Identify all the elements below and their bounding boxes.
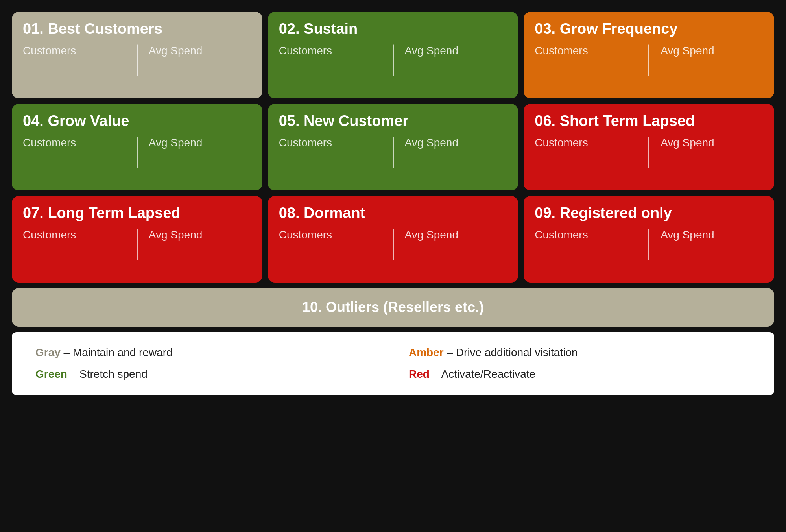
card-title-3: 04. Grow Value xyxy=(23,113,251,129)
avg-spend-label-4: Avg Spend xyxy=(405,137,507,149)
customers-value-1 xyxy=(279,60,382,84)
card-03[interactable]: 03. Grow Frequency Customers Avg Spend xyxy=(524,12,774,98)
customers-block-0: Customers xyxy=(23,44,125,84)
customers-label-2: Customers xyxy=(535,44,637,57)
legend-amber: Amber – Drive additional visitation xyxy=(409,344,751,362)
avg-spend-value-4 xyxy=(405,152,507,176)
customers-block-4: Customers xyxy=(279,137,382,176)
avg-spend-block-4: Avg Spend xyxy=(405,137,507,176)
avg-spend-block-5: Avg Spend xyxy=(661,137,763,176)
legend-color-label-2: Green xyxy=(35,368,67,380)
legend-color-label-1: Amber xyxy=(409,346,444,358)
card-title-7: 08. Dormant xyxy=(279,205,507,222)
card-07[interactable]: 07. Long Term Lapsed Customers Avg Spend xyxy=(12,196,262,283)
card-04[interactable]: 04. Grow Value Customers Avg Spend xyxy=(12,104,262,190)
avg-spend-label-1: Avg Spend xyxy=(405,44,507,57)
avg-spend-block-1: Avg Spend xyxy=(405,44,507,84)
customers-value-6 xyxy=(23,244,125,268)
card-stats-4: Customers Avg Spend xyxy=(279,137,507,179)
legend-color-label-0: Gray xyxy=(35,346,61,358)
stat-divider-8 xyxy=(648,229,649,260)
avg-spend-label-0: Avg Spend xyxy=(149,44,251,57)
avg-spend-label-5: Avg Spend xyxy=(661,137,763,149)
customers-label-6: Customers xyxy=(23,229,125,241)
legend-green: Green – Stretch spend xyxy=(35,366,377,383)
avg-spend-label-3: Avg Spend xyxy=(149,137,251,149)
card-stats-7: Customers Avg Spend xyxy=(279,229,507,272)
card-08[interactable]: 08. Dormant Customers Avg Spend xyxy=(268,196,518,283)
customers-label-4: Customers xyxy=(279,137,382,149)
card-stats-8: Customers Avg Spend xyxy=(535,229,763,272)
avg-spend-label-8: Avg Spend xyxy=(661,229,763,241)
card-stats-2: Customers Avg Spend xyxy=(535,44,763,87)
avg-spend-label-2: Avg Spend xyxy=(661,44,763,57)
customers-value-0 xyxy=(23,60,125,84)
card-title-8: 09. Registered only xyxy=(535,205,763,222)
customers-value-5 xyxy=(535,152,637,176)
customers-block-7: Customers xyxy=(279,229,382,268)
avg-spend-value-7 xyxy=(405,244,507,268)
legend-red: Red – Activate/Reactivate xyxy=(409,366,751,383)
avg-spend-block-3: Avg Spend xyxy=(149,137,251,176)
card-stats-6: Customers Avg Spend xyxy=(23,229,251,272)
outlier-title: 10. Outliers (Resellers etc.) xyxy=(302,299,484,315)
card-stats-0: Customers Avg Spend xyxy=(23,44,251,87)
customers-value-8 xyxy=(535,244,637,268)
card-02[interactable]: 02. Sustain Customers Avg Spend xyxy=(268,12,518,98)
customers-value-7 xyxy=(279,244,382,268)
card-title-6: 07. Long Term Lapsed xyxy=(23,205,251,222)
card-title-4: 05. New Customer xyxy=(279,113,507,129)
avg-spend-label-6: Avg Spend xyxy=(149,229,251,241)
avg-spend-label-7: Avg Spend xyxy=(405,229,507,241)
stat-divider-4 xyxy=(393,137,394,168)
avg-spend-block-7: Avg Spend xyxy=(405,229,507,268)
avg-spend-value-8 xyxy=(661,244,763,268)
customers-label-8: Customers xyxy=(535,229,637,241)
avg-spend-block-2: Avg Spend xyxy=(661,44,763,84)
card-title-0: 01. Best Customers xyxy=(23,20,251,37)
card-stats-1: Customers Avg Spend xyxy=(279,44,507,87)
customers-value-4 xyxy=(279,152,382,176)
customers-value-2 xyxy=(535,60,637,84)
card-stats-5: Customers Avg Spend xyxy=(535,137,763,179)
legend-color-label-3: Red xyxy=(409,368,430,380)
card-title-1: 02. Sustain xyxy=(279,20,507,37)
stat-divider-2 xyxy=(648,44,649,76)
stat-divider-7 xyxy=(393,229,394,260)
avg-spend-block-6: Avg Spend xyxy=(149,229,251,268)
stat-divider-1 xyxy=(393,44,394,76)
stat-divider-3 xyxy=(137,137,138,168)
customers-label-3: Customers xyxy=(23,137,125,149)
avg-spend-value-3 xyxy=(149,152,251,176)
card-title-5: 06. Short Term Lapsed xyxy=(535,113,763,129)
avg-spend-block-0: Avg Spend xyxy=(149,44,251,84)
customers-label-0: Customers xyxy=(23,44,125,57)
customers-label-5: Customers xyxy=(535,137,637,149)
outlier-row: 10. Outliers (Resellers etc.) xyxy=(12,288,774,327)
avg-spend-block-8: Avg Spend xyxy=(661,229,763,268)
customers-block-8: Customers xyxy=(535,229,637,268)
avg-spend-value-6 xyxy=(149,244,251,268)
dashboard-grid: 01. Best Customers Customers Avg Spend 0… xyxy=(6,6,780,288)
card-09[interactable]: 09. Registered only Customers Avg Spend xyxy=(524,196,774,283)
customers-block-1: Customers xyxy=(279,44,382,84)
card-01[interactable]: 01. Best Customers Customers Avg Spend xyxy=(12,12,262,98)
customers-block-2: Customers xyxy=(535,44,637,84)
stat-divider-6 xyxy=(137,229,138,260)
customers-block-5: Customers xyxy=(535,137,637,176)
avg-spend-value-0 xyxy=(149,60,251,84)
card-title-2: 03. Grow Frequency xyxy=(535,20,763,37)
avg-spend-value-2 xyxy=(661,60,763,84)
stat-divider-0 xyxy=(137,44,138,76)
card-05[interactable]: 05. New Customer Customers Avg Spend xyxy=(268,104,518,190)
avg-spend-value-1 xyxy=(405,60,507,84)
stat-divider-5 xyxy=(648,137,649,168)
customers-value-3 xyxy=(23,152,125,176)
legend-section: Gray – Maintain and rewardAmber – Drive … xyxy=(12,332,774,395)
avg-spend-value-5 xyxy=(661,152,763,176)
customers-block-6: Customers xyxy=(23,229,125,268)
customers-label-1: Customers xyxy=(279,44,382,57)
legend-gray: Gray – Maintain and reward xyxy=(35,344,377,362)
customers-label-7: Customers xyxy=(279,229,382,241)
card-06[interactable]: 06. Short Term Lapsed Customers Avg Spen… xyxy=(524,104,774,190)
